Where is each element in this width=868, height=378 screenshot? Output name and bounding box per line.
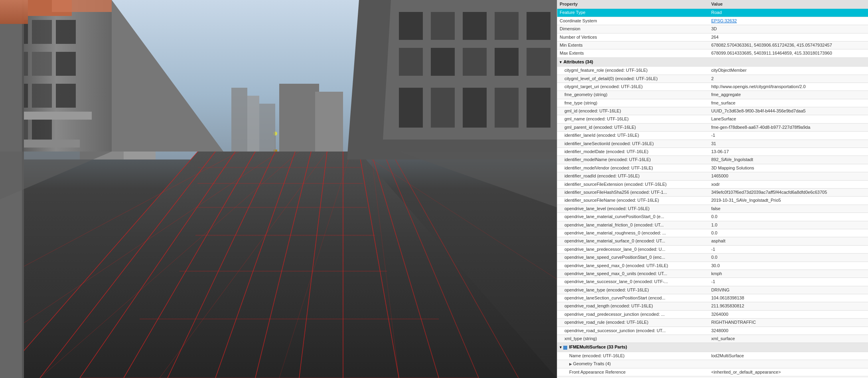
value-cell: http://www.opengis.net/citygml/transport… <box>709 83 868 91</box>
property-cell: ▶ Geometry Traits (4) <box>557 360 709 368</box>
property-cell: fme_geometry (string) <box>557 91 709 99</box>
svg-rect-60 <box>399 48 423 76</box>
section-header-row[interactable]: ▼ Attributes (34) <box>557 57 868 66</box>
property-cell: gml_parent_id (encoded: UTF-16LE) <box>557 123 709 131</box>
value-cell: -1 <box>709 278 868 286</box>
value-cell: LaneSurface <box>709 115 868 123</box>
table-row: identifier_modelName (encoded: UTF-16LE)… <box>557 156 868 164</box>
property-cell: Number of Vertices <box>557 33 709 41</box>
table-row: gml_name (encoded: UTF-16LE)LaneSurface <box>557 115 868 123</box>
svg-rect-73 <box>231 88 247 152</box>
value-cell: xml_surface <box>709 335 868 343</box>
table-row: opendrive_road_successor_junction (encod… <box>557 327 868 335</box>
value-cell: asphalt <box>709 237 868 245</box>
property-cell: opendrive_lane_speed_max_0 (encoded: UTF… <box>557 262 709 270</box>
svg-rect-61 <box>431 48 455 76</box>
property-cell: xml_type (string) <box>557 335 709 343</box>
property-cell: opendrive_road_rule (encoded: UTF-16LE) <box>557 319 709 327</box>
svg-rect-42 <box>32 84 52 108</box>
table-row: fme_type (string)fme_surface <box>557 99 868 107</box>
value-cell: 349efc0f107f6ed73d2039ac7aff5f44cacfd6a8… <box>709 188 868 196</box>
svg-rect-74 <box>247 96 259 152</box>
table-row: fme_geometry (string)fme_aggregate <box>557 91 868 99</box>
table-row: opendrive_road_predecessor_junction (enc… <box>557 310 868 318</box>
value-cell: 104.0618398138 <box>709 294 868 302</box>
table-row: Feature TypeRoad <box>557 9 868 17</box>
svg-rect-57 <box>463 12 487 40</box>
value-cell: cityObjectMember <box>709 67 868 75</box>
table-row: opendrive_lane_type (encoded: UTF-16LE)D… <box>557 286 868 294</box>
table-row: citygml_level_of_detail(0) (encoded: UTF… <box>557 75 868 83</box>
table-row: identifier_modelVendor (encoded: UTF-16L… <box>557 164 868 172</box>
table-row: Front Appearance Reference<inherited_or_… <box>557 368 868 376</box>
property-cell: identifier_sourceFileName (encoded: UTF-… <box>557 197 709 205</box>
value-cell: 3248000 <box>709 327 868 335</box>
value-cell: fme-gen-f78dbee8-aa67-40d8-b977-227d78f9… <box>709 123 868 131</box>
value-cell: fme_aggregate <box>709 91 868 99</box>
table-row: Min Extents678082.5704363361, 5403906.65… <box>557 41 868 49</box>
svg-marker-5 <box>0 152 557 378</box>
value-cell: false <box>709 205 868 213</box>
property-cell: identifier_sourceFileExtension (encoded:… <box>557 180 709 188</box>
section-header-row[interactable]: ▼ IFMEMultiSurface (33 Parts) <box>557 343 868 352</box>
property-cell: gml_name (encoded: UTF-16LE) <box>557 115 709 123</box>
table-row: Number of Vertices264 <box>557 33 868 41</box>
svg-rect-64 <box>527 48 550 76</box>
svg-rect-43 <box>56 84 76 108</box>
svg-rect-65 <box>399 88 423 128</box>
table-row: gml_id (encoded: UTF-16LE)UUID_7c3d63e8-… <box>557 107 868 115</box>
value-cell: 31 <box>709 140 868 148</box>
property-cell: opendrive_laneSection_curvePositionStart… <box>557 294 709 302</box>
value-cell: 3D <box>709 25 868 33</box>
table-row: opendrive_lane_level (encoded: UTF-16LE)… <box>557 205 868 213</box>
svg-rect-56 <box>431 12 455 40</box>
property-cell: identifier_laneId (encoded: UTF-16LE) <box>557 132 709 140</box>
value-cell: EPSG:32632 <box>709 17 868 25</box>
value-column-header: Value <box>709 0 868 9</box>
value-cell: UUID_7c3d63e8-9f00-3b4f-b444-356e9bd7daa… <box>709 107 868 115</box>
value-cell: 2 <box>709 75 868 83</box>
table-row: opendrive_lane_speed_max_0_units (encode… <box>557 270 868 278</box>
property-cell: Front Appearance Reference <box>557 368 709 376</box>
table-row: identifier_roadId (encoded: UTF-16LE)146… <box>557 172 868 180</box>
3d-viewport[interactable] <box>0 0 557 378</box>
value-cell: DRIVING <box>709 286 868 294</box>
value-cell: 2019-10-31_SAVe_Ingolstadt_Prio5 <box>709 197 868 205</box>
property-cell: Name (encoded: UTF-16LE) <box>557 352 709 360</box>
property-cell: identifier_laneSectionId (encoded: UTF-1… <box>557 140 709 148</box>
svg-marker-76 <box>0 152 112 199</box>
property-cell: opendrive_road_length (encoded: UTF-16LE… <box>557 302 709 310</box>
svg-rect-67 <box>463 88 487 128</box>
value-cell: 3264000 <box>709 310 868 318</box>
table-row: opendrive_lane_material_friction_0 (enco… <box>557 221 868 229</box>
property-cell: opendrive_lane_speed_curvePositionStart_… <box>557 254 709 262</box>
table-row: Max Extents678099.0614333685, 5403911.16… <box>557 49 868 57</box>
table-row: citygml_feature_role (encoded: UTF-16LE)… <box>557 67 868 75</box>
table-row: gml_parent_id (encoded: UTF-16LE)fme-gen… <box>557 123 868 131</box>
table-row: identifier_sourceFileName (encoded: UTF-… <box>557 197 868 205</box>
table-row: opendrive_laneSection_curvePositionStart… <box>557 294 868 302</box>
table-row: opendrive_road_rule (encoded: UTF-16LE)R… <box>557 319 868 327</box>
value-cell: fme_surface <box>709 99 868 107</box>
value-cell: <inherited_or_default_appearance> <box>709 376 868 378</box>
svg-rect-39 <box>32 52 52 76</box>
coordinate-system-link[interactable]: EPSG:32632 <box>711 18 737 23</box>
property-cell: citygml_feature_role (encoded: UTF-16LE) <box>557 67 709 75</box>
property-cell: opendrive_road_predecessor_junction (enc… <box>557 310 709 318</box>
table-row: opendrive_lane_material_roughness_0 (enc… <box>557 229 868 237</box>
table-row: identifier_modelDate (encoded: UTF-16LE)… <box>557 148 868 156</box>
table-row: ▶ Geometry Traits (4) <box>557 360 868 368</box>
table-row: identifier_laneId (encoded: UTF-16LE)-1 <box>557 132 868 140</box>
table-row: Coordinate SystemEPSG:32632 <box>557 17 868 25</box>
value-cell: 3D Mapping Solutions <box>709 164 868 172</box>
svg-rect-40 <box>56 52 76 76</box>
table-row: citygml_target_uri (encoded: UTF-16LE)ht… <box>557 83 868 91</box>
svg-rect-37 <box>56 20 76 44</box>
table-row: opendrive_lane_speed_curvePositionStart_… <box>557 254 868 262</box>
table-row: opendrive_lane_speed_max_0 (encoded: UTF… <box>557 262 868 270</box>
svg-rect-59 <box>527 12 550 40</box>
property-cell: gml_id (encoded: UTF-16LE) <box>557 107 709 115</box>
property-cell: identifier_modelDate (encoded: UTF-16LE) <box>557 148 709 156</box>
value-cell: 892_SAVe_Ingolstadt <box>709 156 868 164</box>
value-cell: RIGHTHANDTRAFFIC <box>709 319 868 327</box>
